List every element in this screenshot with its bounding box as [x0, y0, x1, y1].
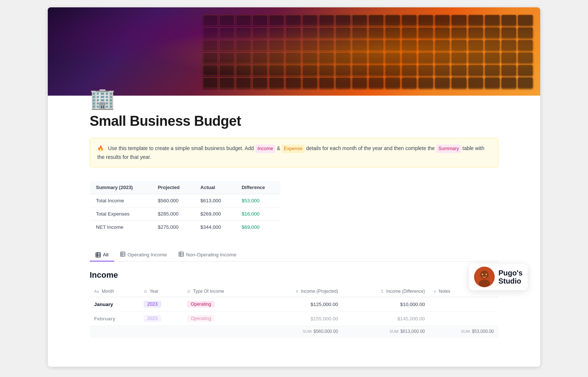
footer-actual-sum: SUM $613,000.00 [343, 326, 429, 337]
cell-notes [429, 312, 498, 326]
table-icon [120, 252, 125, 258]
cell-projected: $125,000.00 [258, 297, 343, 312]
summary-col-difference: Difference [236, 181, 280, 194]
hash-icon: # [296, 289, 298, 294]
circle-icon: ⊙ [144, 289, 147, 294]
lines-icon: ≡ [434, 289, 436, 294]
info-text-prefix: Use this template to create a simple sma… [108, 145, 254, 151]
svg-rect-8 [179, 252, 183, 256]
row-label: Total Income [90, 194, 152, 207]
row-label: Total Expenses [90, 207, 152, 221]
page-icon: 🏢 [90, 85, 498, 109]
keyboard-decoration: // Generate keyboard keys via inline scr… [196, 7, 540, 96]
cell-month: February [90, 312, 139, 326]
projected-sum-value: $560,000.00 [313, 329, 338, 334]
footer-projected-sum: SUM $560,000.00 [258, 326, 343, 337]
sum-label: SUM [390, 329, 398, 334]
year-tag: 2023 [144, 301, 161, 307]
cell-projected: $155,000.00 [258, 312, 343, 326]
table-row: Total Expenses $285,000 $269,000 $16,000 [90, 207, 281, 221]
table-icon [179, 252, 184, 258]
footer-row: SUM $560,000.00 SUM $613,000.00 SUM $53,… [90, 326, 498, 337]
col-income-difference: Σ Income (Difference) [343, 286, 429, 297]
svg-point-14 [479, 280, 490, 287]
hero-banner: // Generate keyboard keys via inline scr… [48, 7, 540, 96]
fire-icon: 🔥 [97, 145, 104, 151]
row-actual: $269,000 [194, 207, 236, 221]
avatar-name-line1: Pugo's [498, 269, 523, 277]
tab-operating-label: Operating Income [128, 252, 167, 257]
row-difference: $16,000 [236, 207, 280, 221]
table-row: NET Income $275,000 $344,000 $69,000 [90, 221, 281, 234]
svg-point-15 [482, 274, 483, 275]
svg-point-16 [485, 274, 487, 275]
footer-difference-sum: SUM $53,000.00 [429, 326, 498, 337]
cell-notes [429, 297, 498, 312]
table-row: January 2023 Operating $125,000.00 $10,0… [90, 297, 498, 312]
page-container: // Generate keyboard keys via inline scr… [48, 7, 540, 367]
row-difference: $53,000 [236, 194, 280, 207]
col-income-projected: # Income (Projected) [258, 286, 343, 297]
row-difference: $69,000 [236, 221, 280, 234]
avatar-name-line2: Studio [498, 277, 523, 285]
cell-difference: $10,000.00 [343, 297, 429, 312]
row-projected: $285,000 [152, 207, 194, 221]
cell-type: Operating [183, 297, 258, 312]
summary-col-projected: Projected [152, 181, 194, 194]
actual-sum-value: $613,000.00 [401, 329, 425, 334]
income-table: Aa Month ⊙ Year ⊙ Type Of Income # [90, 286, 498, 337]
tab-operating-income[interactable]: Operating Income [114, 249, 173, 262]
tab-non-operating-label: Non-Operating Income [186, 252, 236, 257]
row-actual: $613,000 [194, 194, 236, 207]
cell-year: 2023 [139, 312, 183, 326]
sum-label: SUM [302, 329, 311, 334]
income-badge: Income [255, 145, 276, 153]
page-title: Small Business Budget [90, 113, 498, 129]
col-month: Aa Month [90, 286, 139, 297]
tab-all[interactable]: All [90, 249, 114, 262]
summary-col-label: Summary (2023) [90, 181, 152, 194]
row-projected: $560,000 [152, 194, 194, 207]
table-icon [96, 252, 101, 257]
table-row partial-row: February 2023 Operating $155,000.00 $145… [90, 312, 498, 326]
summary-table: Summary (2023) Projected Actual Differen… [90, 181, 281, 234]
cell-month: January [90, 297, 139, 312]
income-section-title: Income [90, 270, 498, 280]
sum-label: SUM [461, 329, 470, 334]
text-icon: Aa [94, 289, 99, 294]
content-area: 🏢 Small Business Budget 🔥 Use this templ… [48, 85, 540, 367]
expense-badge: Expense [282, 145, 305, 153]
col-type-of-income: ⊙ Type Of Income [183, 286, 258, 297]
income-section: Income Aa Month ⊙ Year ⊙ [90, 270, 498, 337]
info-text-mid2: details for each month of the year and t… [306, 145, 435, 151]
avatar-name: Pugo's Studio [498, 269, 523, 285]
type-tag: Operating [187, 315, 215, 322]
summary-badge: Summary [436, 145, 461, 153]
svg-rect-0 [96, 253, 100, 257]
year-tag: 2023 [144, 315, 161, 322]
circle-icon: ⊙ [187, 289, 190, 294]
footer-empty [90, 326, 258, 337]
col-year: ⊙ Year [139, 286, 183, 297]
avatar [474, 267, 495, 287]
cell-type: Operating [183, 312, 258, 326]
tab-non-operating-income[interactable]: Non-Operating Income [173, 249, 242, 262]
summary-col-actual: Actual [194, 181, 236, 194]
table-row: Total Income $560,000 $613,000 $53,000 [90, 194, 281, 207]
difference-sum-value: $53,000.00 [472, 329, 494, 334]
tab-all-label: All [103, 252, 108, 257]
tabs-container: All Operating Income [90, 249, 498, 262]
cell-actual: $145,000.00 [343, 312, 429, 326]
svg-rect-4 [121, 252, 125, 256]
avatar-card: Pugo's Studio [469, 264, 528, 290]
row-projected: $275,000 [152, 221, 194, 234]
type-tag: Operating [187, 301, 215, 307]
sigma-icon: Σ [381, 289, 384, 294]
cell-year: 2023 [139, 297, 183, 312]
row-label: NET Income [90, 221, 152, 234]
info-box: 🔥 Use this template to create a simple s… [90, 138, 498, 167]
row-actual: $344,000 [194, 221, 236, 234]
